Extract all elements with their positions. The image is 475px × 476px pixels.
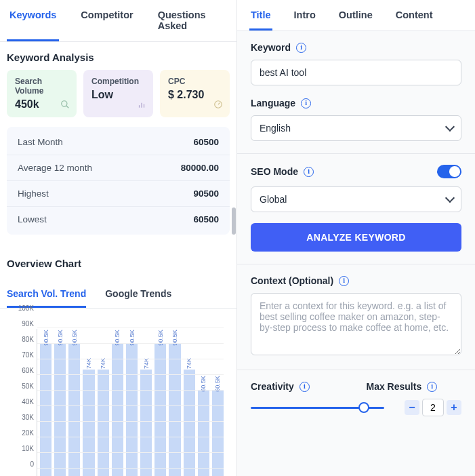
- stat-row: Last Month 60500: [7, 130, 230, 155]
- stat-row: Lowest 60500: [7, 206, 230, 232]
- search-volume-chart: 010K20K30K40K50K60K70K80K90K100K 90.5K90…: [14, 329, 224, 476]
- keyword-input[interactable]: [251, 60, 461, 85]
- stat-label: Lowest: [18, 214, 47, 224]
- chart-plot: 90.5K90.5K90.5K74K74K90.5K90.5K74K90.5K9…: [37, 329, 224, 476]
- metric-label: CPC: [168, 77, 222, 86]
- gauge-icon: [213, 100, 223, 109]
- metric-cpc: CPC $ 2.730: [160, 70, 230, 117]
- context-label: Context (Optional): [251, 275, 333, 286]
- tab-intro[interactable]: Intro: [293, 0, 317, 31]
- metric-competition: Competition Low: [83, 70, 153, 117]
- creativity-slider[interactable]: [251, 401, 384, 414]
- overview-chart-header: Overview Chart: [0, 248, 236, 276]
- language-label: Language: [251, 98, 295, 108]
- info-icon[interactable]: i: [301, 98, 311, 108]
- chart-y-axis: 010K20K30K40K50K60K70K80K90K100K: [7, 329, 34, 476]
- stepper-input[interactable]: [422, 399, 444, 416]
- tab-competitor[interactable]: Competitor: [78, 0, 136, 41]
- info-icon[interactable]: i: [296, 43, 306, 53]
- info-icon[interactable]: i: [339, 276, 349, 286]
- stat-value: 80000.00: [181, 163, 219, 173]
- language-select[interactable]: English: [251, 115, 461, 141]
- metrics-row: Search Volume 450k Competition Low CPC $…: [0, 70, 236, 127]
- max-results-stepper: − +: [405, 399, 461, 416]
- stat-row: Average 12 month 80000.00: [7, 155, 230, 180]
- max-results-label: Max Results: [367, 381, 422, 392]
- left-tabs: Keywords Competitor Questions Asked: [0, 0, 236, 42]
- metric-label: Search Volume: [15, 77, 68, 96]
- seo-mode-toggle[interactable]: [437, 165, 461, 178]
- info-icon[interactable]: i: [304, 167, 314, 177]
- tab-questions[interactable]: Questions Asked: [155, 0, 230, 41]
- metric-label: Competition: [91, 77, 145, 86]
- tab-outline[interactable]: Outline: [337, 0, 374, 31]
- chart-tabs: Search Vol. Trend Google Trends: [0, 276, 236, 309]
- keyword-label: Keyword: [251, 42, 291, 53]
- analyze-keyword-button[interactable]: ANALYZE KEYWORD: [251, 223, 461, 252]
- tab-content[interactable]: Content: [394, 0, 434, 31]
- stat-label: Highest: [18, 189, 49, 199]
- stat-label: Average 12 month: [18, 163, 92, 173]
- stat-label: Last Month: [18, 137, 63, 147]
- info-icon[interactable]: i: [300, 382, 310, 392]
- tab-google-trends[interactable]: Google Trends: [105, 281, 171, 308]
- stats-table: Last Month 60500 Average 12 month 80000.…: [7, 127, 230, 235]
- stepper-minus-button[interactable]: −: [405, 400, 419, 415]
- stat-value: 60500: [193, 214, 219, 224]
- seo-mode-label: SEO Mode: [251, 166, 298, 177]
- stepper-plus-button[interactable]: +: [447, 400, 461, 415]
- info-icon[interactable]: i: [427, 382, 437, 392]
- stat-value: 90500: [193, 189, 219, 199]
- scrollbar[interactable]: [231, 31, 236, 476]
- tab-title[interactable]: Title: [249, 0, 272, 31]
- metric-search-volume: Search Volume 450k: [7, 70, 77, 117]
- search-icon: [60, 100, 70, 109]
- scrollbar-thumb[interactable]: [232, 207, 236, 235]
- bars-icon: [137, 100, 146, 109]
- right-tabs: Title Intro Outline Content: [237, 0, 475, 31]
- keyword-analysis-header: Keyword Analysis: [0, 42, 236, 70]
- creativity-label: Creativity: [251, 381, 294, 392]
- stat-row: Highest 90500: [7, 180, 230, 206]
- context-textarea[interactable]: [251, 293, 461, 355]
- stat-value: 60500: [193, 137, 219, 147]
- tab-keywords[interactable]: Keywords: [7, 0, 59, 41]
- svg-line-1: [66, 106, 69, 108]
- svg-point-0: [62, 101, 67, 106]
- seo-scope-select[interactable]: Global: [251, 186, 461, 212]
